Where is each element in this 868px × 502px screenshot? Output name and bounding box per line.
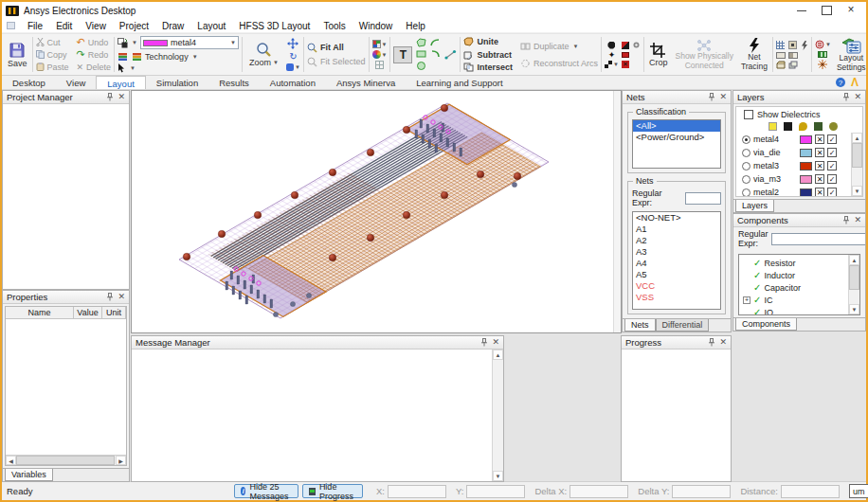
layer-radio[interactable] — [742, 188, 750, 197]
component-label[interactable]: Capacitor — [764, 283, 801, 293]
tab-automation[interactable]: Automation — [260, 76, 326, 89]
menu-edit[interactable]: Edit — [49, 21, 79, 31]
check-icon[interactable]: ✓ — [753, 271, 761, 280]
column-value[interactable]: Value — [74, 307, 102, 318]
pin-icon[interactable] — [842, 93, 850, 101]
pad-array-icon[interactable] — [605, 61, 612, 68]
show-dielectrics-checkbox[interactable] — [744, 110, 753, 119]
nets-regex-input[interactable] — [685, 192, 721, 205]
menu-draw[interactable]: Draw — [155, 21, 190, 31]
layer-radio[interactable] — [742, 149, 750, 157]
grid-toggle-icon[interactable] — [375, 61, 384, 69]
pin-icon[interactable] — [106, 93, 114, 101]
scroll-left-icon[interactable]: ◀ — [6, 456, 16, 465]
viewport-vscrollbar[interactable] — [613, 91, 621, 332]
pin-icon[interactable] — [106, 293, 114, 301]
net-item[interactable]: A5 — [633, 269, 720, 280]
layer-lock-checkbox[interactable]: ✕ — [815, 188, 824, 196]
stackup-icon[interactable] — [118, 52, 128, 62]
classification-item[interactable]: <Power/Ground> — [633, 132, 720, 143]
scroll-thumb[interactable] — [852, 143, 862, 168]
draw-line-icon[interactable] — [444, 49, 457, 61]
classification-list[interactable]: <All> <Power/Ground> — [632, 119, 721, 169]
menu-tools[interactable]: Tools — [316, 21, 352, 31]
pixel-grid-icon[interactable] — [372, 40, 381, 48]
pad-ring-icon[interactable] — [622, 52, 629, 58]
stacked-sheets-icon[interactable] — [788, 61, 798, 69]
pad-cross-icon[interactable]: ✕ — [622, 61, 629, 68]
drc-burst-icon[interactable] — [818, 60, 827, 69]
layer-radio[interactable] — [742, 175, 750, 184]
properties-table-body[interactable] — [6, 319, 126, 455]
subtract-button[interactable]: Subtract — [463, 49, 512, 61]
pad-corner-icon[interactable] — [622, 42, 629, 49]
layer-visible-checkbox[interactable]: ✓ — [827, 134, 837, 144]
paste-button[interactable]: Paste — [36, 61, 69, 73]
net-item-vcc[interactable]: VCC — [633, 280, 720, 292]
redo-button[interactable]: ↷Redo — [77, 48, 112, 61]
view-orientation-icon[interactable] — [286, 63, 294, 71]
layer-radio[interactable] — [742, 162, 750, 170]
menu-hfss-3d-layout[interactable]: HFSS 3D Layout — [232, 21, 316, 31]
layer-name[interactable]: via_m3 — [753, 174, 797, 184]
menu-window[interactable]: Window — [353, 21, 400, 31]
net-item[interactable]: <NO-NET> — [633, 212, 720, 224]
properties-hscrollbar[interactable]: ◀ ▶ — [6, 455, 126, 465]
layer-visible-checkbox[interactable]: ✓ — [827, 174, 837, 184]
rotate-view-icon[interactable]: ↻ — [289, 51, 297, 62]
net-item[interactable]: A3 — [633, 246, 720, 258]
menu-layout[interactable]: Layout — [190, 21, 232, 31]
intersect-button[interactable]: Intersect — [463, 62, 513, 73]
layer-swap-icon[interactable] — [118, 38, 128, 48]
message-list[interactable] — [132, 350, 492, 481]
layer-lock-checkbox[interactable]: ✕ — [815, 134, 824, 144]
select-cursor-icon[interactable] — [118, 63, 125, 73]
color-wheel-icon[interactable] — [372, 50, 381, 59]
layer-color-swatch[interactable] — [800, 175, 812, 184]
tab-learning-support[interactable]: Learning and Support — [406, 76, 513, 89]
project-manager-body[interactable] — [3, 104, 129, 289]
unite-button[interactable]: Unite — [463, 36, 498, 47]
technology-button[interactable]: Technology▼ — [132, 50, 198, 63]
close-icon[interactable]: ✕ — [719, 338, 727, 347]
layer-visible-checkbox[interactable]: ✓ — [827, 188, 837, 196]
variables-tab[interactable]: Variables — [5, 469, 53, 481]
close-button[interactable]: × — [845, 6, 857, 15]
components-vscrollbar[interactable]: ▲ ▼ — [848, 255, 859, 314]
scroll-right-icon[interactable]: ▶ — [116, 456, 126, 465]
layer-name[interactable]: metal3 — [753, 161, 797, 170]
layer-swap-dropdown-icon[interactable]: ▼ — [132, 40, 137, 45]
close-icon[interactable]: ✕ — [719, 93, 727, 101]
layer-color-swatch[interactable] — [800, 135, 812, 144]
component-label[interactable]: Resistor — [764, 259, 795, 268]
menu-help[interactable]: Help — [399, 21, 432, 31]
check-icon[interactable]: ✓ — [753, 259, 761, 268]
delete-button[interactable]: ✕Delete — [77, 61, 112, 73]
pin-icon[interactable] — [708, 338, 715, 347]
y-field[interactable] — [466, 485, 525, 498]
scroll-up-icon[interactable]: ▲ — [493, 350, 503, 360]
component-label[interactable]: IO — [764, 308, 773, 316]
layer-radio[interactable] — [742, 135, 750, 144]
duplicate-button[interactable]: Duplicate▼ — [520, 40, 578, 52]
scroll-up-icon[interactable]: ▲ — [849, 255, 859, 265]
message-vscrollbar[interactable]: ▲ ▼ — [492, 350, 503, 481]
layer-name[interactable]: metal2 — [753, 188, 797, 196]
nets-list[interactable]: <NO-NET> A1 A2 A3 A4 A5 VCC VSS — [632, 211, 721, 310]
save-button[interactable]: Save — [4, 35, 31, 74]
pad-gear-icon[interactable] — [632, 41, 641, 49]
expand-icon[interactable]: + — [743, 296, 750, 304]
check-icon[interactable]: ✓ — [753, 283, 761, 293]
pin-icon[interactable] — [708, 93, 715, 101]
x-field[interactable] — [388, 485, 446, 498]
close-icon[interactable]: ✕ — [118, 93, 125, 101]
zoom-button[interactable]: Zoom▼ — [245, 43, 282, 67]
copy-button[interactable]: Copy — [36, 48, 69, 61]
fit-all-button[interactable]: Fit All — [307, 42, 344, 54]
tab-layout[interactable]: Layout — [96, 76, 146, 89]
system-menu-icon[interactable] — [7, 22, 15, 29]
pan-icon[interactable] — [287, 38, 298, 49]
layer-lock-checkbox[interactable]: ✕ — [815, 174, 824, 184]
crop-button[interactable]: Crop — [645, 35, 672, 74]
components-regex-input[interactable] — [771, 233, 865, 245]
